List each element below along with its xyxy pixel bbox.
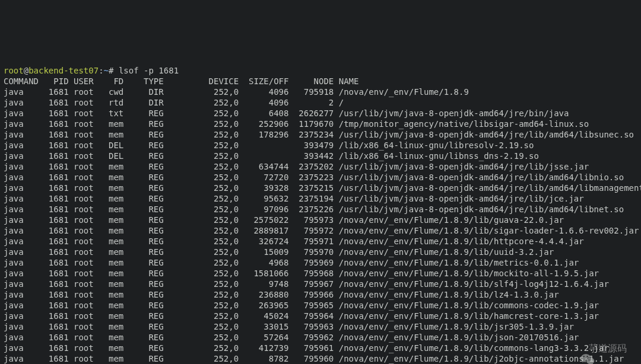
lsof-row: java 1681 root mem REG 252,0 72720 23752…	[4, 172, 637, 183]
lsof-row: java 1681 root DEL REG 252,0 393479 /lib…	[4, 140, 637, 151]
lsof-row: java 1681 root mem REG 252,0 8782 795960…	[4, 353, 637, 364]
lsof-row: java 1681 root mem REG 252,0 412739 7959…	[4, 343, 637, 353]
lsof-row: java 1681 root mem REG 252,0 45024 79596…	[4, 311, 637, 321]
lsof-row: java 1681 root mem REG 252,0 15009 79597…	[4, 247, 637, 257]
lsof-row: java 1681 root mem REG 252,0 263965 7959…	[4, 300, 637, 311]
lsof-row: java 1681 root mem REG 252,0 2575022 795…	[4, 215, 637, 225]
lsof-row: java 1681 root mem REG 252,0 33015 79596…	[4, 321, 637, 332]
lsof-row: java 1681 root DEL REG 252,0 393442 /lib…	[4, 151, 637, 161]
lsof-row: java 1681 root rtd DIR 252,0 4096 2 /	[4, 97, 637, 108]
lsof-row: java 1681 root mem REG 252,0 97096 23752…	[4, 204, 637, 215]
prompt-path: ~	[104, 66, 109, 75]
terminal-output[interactable]: root@backend-test07:~# lsof -p 1681 COMM…	[0, 53, 641, 364]
lsof-row: java 1681 root mem REG 252,0 326724 7959…	[4, 236, 637, 247]
lsof-row: java 1681 root mem REG 252,0 236880 7959…	[4, 289, 637, 300]
lsof-row: java 1681 root cwd DIR 252,0 4096 795918…	[4, 87, 637, 97]
prompt-host: backend-test07	[28, 66, 99, 75]
prompt-line[interactable]: root@backend-test07:~# lsof -p 1681	[4, 66, 179, 75]
command-text: lsof -p 1681	[119, 66, 179, 75]
prompt-symbol: #	[109, 66, 113, 75]
lsof-row: java 1681 root mem REG 252,0 1581066 795…	[4, 268, 637, 279]
lsof-row: java 1681 root mem REG 252,0 2889817 795…	[4, 225, 637, 236]
lsof-row: java 1681 root mem REG 252,0 9748 795967…	[4, 279, 637, 289]
lsof-row: java 1681 root mem REG 252,0 252906 1179…	[4, 119, 637, 129]
prompt-user: root	[4, 66, 24, 75]
lsof-row: java 1681 root mem REG 252,0 634744 2375…	[4, 161, 637, 172]
lsof-row: java 1681 root mem REG 252,0 95632 23751…	[4, 193, 637, 204]
lsof-row: java 1681 root txt REG 252,0 6408 262627…	[4, 108, 637, 119]
lsof-row: java 1681 root mem REG 252,0 178296 2375…	[4, 129, 637, 140]
lsof-row: java 1681 root mem REG 252,0 4968 795969…	[4, 257, 637, 268]
lsof-row: java 1681 root mem REG 252,0 39328 23752…	[4, 183, 637, 193]
lsof-rows: java 1681 root cwd DIR 252,0 4096 795918…	[4, 87, 637, 364]
lsof-row: java 1681 root mem REG 252,0 57264 79596…	[4, 332, 637, 343]
lsof-header-row: COMMAND PID USER FD TYPE DEVICE SIZE/OFF…	[4, 76, 358, 86]
